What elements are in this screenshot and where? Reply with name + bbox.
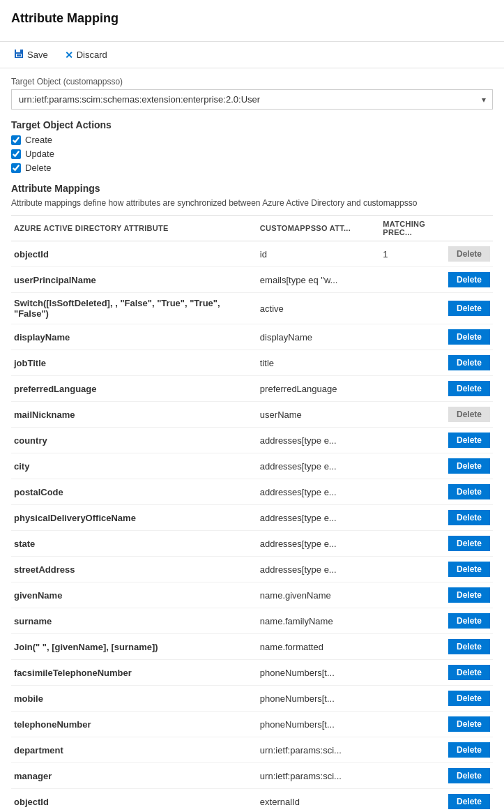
delete-row-button[interactable]: Delete <box>448 742 490 758</box>
matching-precedence <box>380 376 432 402</box>
table-row: userPrincipalNameemails[type eq "w...Del… <box>11 267 493 293</box>
delete-row-button[interactable]: Delete <box>448 433 490 448</box>
table-row: postalCodeaddresses[type e...Delete <box>11 479 493 505</box>
action-cell: Delete <box>432 350 493 376</box>
aad-attribute: surname <box>11 608 257 634</box>
delete-row-button[interactable]: Delete <box>448 613 490 629</box>
delete-row-button[interactable]: Delete <box>448 329 490 345</box>
delete-row-button[interactable]: Delete <box>448 510 490 525</box>
delete-row-button[interactable]: Delete <box>448 716 490 732</box>
table-row: streetAddressaddresses[type e...Delete <box>11 557 493 582</box>
discard-icon: ✕ <box>65 50 73 61</box>
table-row: displayNamedisplayNameDelete <box>11 324 493 350</box>
delete-row-button[interactable]: Delete <box>448 536 490 551</box>
matching-precedence <box>380 350 432 376</box>
delete-row-button[interactable]: Delete <box>448 381 490 396</box>
table-row: surnamename.familyNameDelete <box>11 608 493 634</box>
update-checkbox-item[interactable]: Update <box>11 149 493 159</box>
delete-row-button[interactable]: Delete <box>448 794 490 809</box>
matching-precedence <box>380 608 432 634</box>
delete-label: Delete <box>25 163 52 173</box>
create-checkbox[interactable] <box>11 135 21 145</box>
col-header-aad: AZURE ACTIVE DIRECTORY ATTRIBUTE <box>11 216 257 241</box>
create-checkbox-item[interactable]: Create <box>11 135 493 145</box>
page-title: Attribute Mapping <box>11 11 493 26</box>
attribute-mappings-section: Attribute Mappings Attribute mappings de… <box>11 183 493 812</box>
delete-row-button[interactable]: Delete <box>448 562 490 577</box>
attribute-mappings-title: Attribute Mappings <box>11 183 493 194</box>
delete-row-button[interactable]: Delete <box>448 768 490 783</box>
col-header-action <box>432 216 493 241</box>
custom-attribute: preferredLanguage <box>257 376 380 402</box>
action-cell: Delete <box>432 789 493 813</box>
action-cell: Delete <box>432 505 493 531</box>
action-cell: Delete <box>432 634 493 660</box>
delete-row-button[interactable]: Delete <box>448 355 490 370</box>
table-row: objectIdexternalIdDelete <box>11 789 493 813</box>
delete-row-button[interactable]: Delete <box>448 484 490 499</box>
matching-precedence <box>380 267 432 293</box>
action-cell: Delete <box>432 763 493 789</box>
actions-checkboxes: Create Update Delete <box>11 135 493 173</box>
custom-attribute: addresses[type e... <box>257 505 380 531</box>
table-row: cityaddresses[type e...Delete <box>11 453 493 479</box>
create-label: Create <box>25 135 52 145</box>
delete-row-button[interactable]: Delete <box>448 272 490 287</box>
table-row: stateaddresses[type e...Delete <box>11 531 493 557</box>
action-cell: Delete <box>432 531 493 557</box>
custom-attribute: phoneNumbers[t... <box>257 712 380 737</box>
delete-row-button: Delete <box>448 407 490 422</box>
discard-button[interactable]: ✕ Discard <box>62 48 110 62</box>
action-cell: Delete <box>432 608 493 634</box>
aad-attribute: department <box>11 737 257 763</box>
aad-attribute: objectId <box>11 241 257 267</box>
aad-attribute: userPrincipalName <box>11 267 257 293</box>
action-cell: Delete <box>432 686 493 712</box>
aad-attribute: preferredLanguage <box>11 376 257 402</box>
aad-attribute: telephoneNumber <box>11 712 257 737</box>
discard-label: Discard <box>77 50 107 60</box>
svg-rect-3 <box>17 54 21 57</box>
delete-checkbox[interactable] <box>11 163 21 173</box>
custom-attribute: addresses[type e... <box>257 479 380 505</box>
custom-attribute: id <box>257 241 380 267</box>
aad-attribute: physicalDeliveryOfficeName <box>11 505 257 531</box>
target-object-actions-title: Target Object Actions <box>11 119 493 130</box>
action-cell: Delete <box>432 660 493 686</box>
delete-row-button[interactable]: Delete <box>448 665 490 680</box>
aad-attribute: streetAddress <box>11 557 257 582</box>
update-checkbox[interactable] <box>11 149 21 159</box>
delete-row-button[interactable]: Delete <box>448 587 490 603</box>
table-row: departmenturn:ietf:params:sci...Delete <box>11 737 493 763</box>
action-cell: Delete <box>432 712 493 737</box>
matching-precedence <box>380 324 432 350</box>
delete-row-button[interactable]: Delete <box>448 691 490 706</box>
table-row: givenNamename.givenNameDelete <box>11 582 493 608</box>
custom-attribute: addresses[type e... <box>257 428 380 453</box>
custom-attribute: addresses[type e... <box>257 531 380 557</box>
action-cell: Delete <box>432 324 493 350</box>
mappings-table: AZURE ACTIVE DIRECTORY ATTRIBUTE CUSTOMA… <box>11 215 493 812</box>
target-object-field: Target Object (customappsso) urn:ietf:pa… <box>11 77 493 110</box>
delete-checkbox-item[interactable]: Delete <box>11 163 493 173</box>
custom-attribute: active <box>257 293 380 324</box>
action-cell: Delete <box>432 402 493 428</box>
custom-attribute: urn:ietf:params:sci... <box>257 763 380 789</box>
custom-attribute: urn:ietf:params:sci... <box>257 737 380 763</box>
aad-attribute: country <box>11 428 257 453</box>
action-cell: Delete <box>432 241 493 267</box>
target-object-select[interactable]: urn:ietf:params:scim:schemas:extension:e… <box>11 89 493 110</box>
custom-attribute: emails[type eq "w... <box>257 267 380 293</box>
delete-row-button[interactable]: Delete <box>448 301 490 316</box>
table-row: objectIdid1Delete <box>11 241 493 267</box>
table-row: mobilephoneNumbers[t...Delete <box>11 686 493 712</box>
save-button[interactable]: Save <box>11 47 51 62</box>
delete-row-button[interactable]: Delete <box>448 639 490 654</box>
aad-attribute: Switch([IsSoftDeleted], , "False", "True… <box>11 293 257 324</box>
delete-row-button[interactable]: Delete <box>448 458 490 474</box>
action-cell: Delete <box>432 428 493 453</box>
aad-attribute: mailNickname <box>11 402 257 428</box>
action-cell: Delete <box>432 557 493 582</box>
matching-precedence <box>380 557 432 582</box>
matching-precedence <box>380 789 432 813</box>
